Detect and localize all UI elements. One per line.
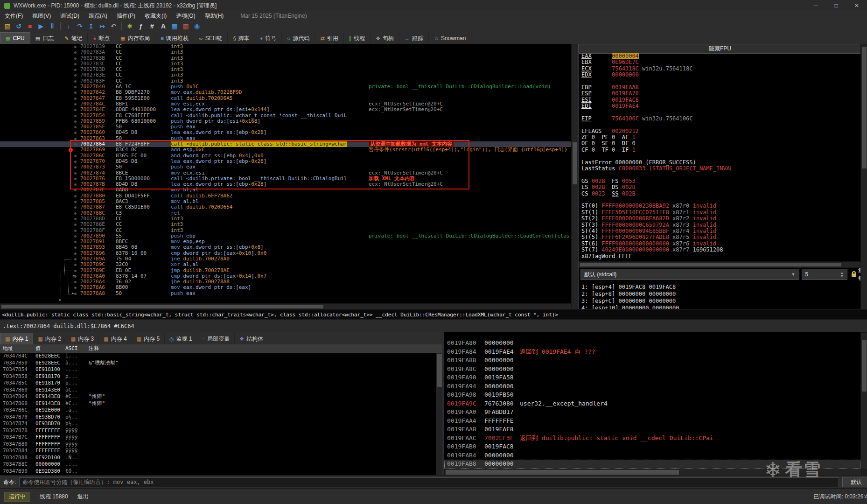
- tab-threads[interactable]: ∥线程: [344, 33, 371, 44]
- registers-vertical-scrollbar[interactable]: [860, 44, 867, 333]
- breakpoint-slot[interactable]: [74, 172, 77, 175]
- tab-trace[interactable]: →跟踪: [399, 33, 429, 44]
- fx-icon[interactable]: ƒ: [135, 21, 147, 31]
- register-row[interactable]: EBX 0E96DE7C: [579, 59, 860, 65]
- breakpoint-slot[interactable]: [74, 138, 77, 140]
- disasm-row[interactable]: 7002789C32C0xor al,al: [0, 262, 571, 267]
- tab-symbols[interactable]: ♦符号: [255, 33, 282, 44]
- step-out-icon[interactable]: ↥: [85, 21, 97, 31]
- register-row[interactable]: LastStatus C0000033 (STATUS_OBJECT_NAME_…: [579, 166, 860, 172]
- breakpoint-slot[interactable]: [74, 69, 77, 71]
- default-button[interactable]: 默认: [842, 477, 867, 487]
- close-button[interactable]: ✕: [846, 0, 867, 11]
- tab-log[interactable]: ▤日志: [30, 33, 59, 44]
- memory-row[interactable]: 70347B880E92D100.Ñ..: [0, 455, 436, 462]
- disasm-row[interactable]: 7002788ECCint3: [0, 222, 571, 227]
- breakpoint-slot[interactable]: [74, 201, 77, 203]
- bottom-tab-mem3[interactable]: ▦内存 3: [66, 333, 99, 344]
- stack-row[interactable]: 0019FAA4FFFFFFFE: [444, 417, 860, 426]
- breakpoint-slot[interactable]: [74, 46, 77, 48]
- tab-cpu[interactable]: ▦CPU: [0, 32, 30, 44]
- menu-item[interactable]: 选项(O): [171, 11, 200, 21]
- stack-row[interactable]: 0019FA9C76763080user32.__except_handler4: [444, 399, 860, 408]
- tab-source[interactable]: ‹›源代码: [282, 33, 315, 44]
- argument-row[interactable]: 3: [esp+C] 00000000 00000000: [579, 298, 860, 305]
- tab-handles[interactable]: ❖句柄: [371, 33, 399, 44]
- register-row[interactable]: ST(4) FFFF0000000094E85BBF x87r4 invalid: [579, 228, 860, 234]
- register-row[interactable]: ESI 0019FAC8: [579, 97, 860, 103]
- disasm-row[interactable]: 70027887E8 C85D1E00call duilib.7020D654: [0, 204, 571, 210]
- calling-convention-select[interactable]: 默认 (stdcall) ▼: [580, 269, 799, 280]
- breakpoint-slot[interactable]: [74, 195, 77, 197]
- stack-row[interactable]: 0019FAB800000000: [444, 460, 860, 469]
- memory-row[interactable]: 70347B84FFFFFFFFÿÿÿÿ: [0, 448, 436, 455]
- disasm-row[interactable]: 700278A850push eax: [0, 291, 571, 296]
- memory-column-header[interactable]: 地址: [3, 344, 13, 353]
- breakpoint-slot[interactable]: [74, 109, 77, 111]
- memory-row[interactable]: 70347B640E9143E8èC.."州陣": [0, 393, 436, 400]
- disasm-row[interactable]: 700278938B45 08mov eax,dword ptr ss:[ebp…: [0, 245, 571, 250]
- breakpoint-slot[interactable]: [74, 126, 77, 128]
- layout-icon[interactable]: ▦: [169, 21, 180, 31]
- breakpoint-slot[interactable]: [74, 258, 77, 260]
- register-row[interactable]: ST(1) FFFF5D5F10FCCD7511F8 x87r1 invalid: [579, 210, 860, 216]
- register-row[interactable]: ECX 7564118C win32u.7564118C: [579, 66, 860, 72]
- tab-notes[interactable]: ✎笔记: [59, 33, 88, 44]
- breakpoint-slot[interactable]: [74, 281, 77, 283]
- bottom-tab-mem2[interactable]: ▦内存 2: [33, 333, 66, 344]
- breakpoint-slot[interactable]: [74, 57, 77, 60]
- breakpoint-slot[interactable]: [74, 86, 77, 88]
- maximize-button[interactable]: □: [826, 0, 846, 11]
- breakpoint-slot[interactable]: [74, 252, 77, 255]
- memory-row[interactable]: 70347B78FFFFFFFFÿÿÿÿ: [0, 427, 436, 434]
- run-icon[interactable]: ▶: [35, 21, 47, 31]
- register-row[interactable]: CS 0023 SS 002B: [579, 191, 860, 197]
- argument-row[interactable]: 2: [esp+8] 00000000 00000000: [579, 291, 860, 298]
- stack-row[interactable]: 0019FAB00019FAC8: [444, 442, 860, 451]
- breakpoint-slot[interactable]: [74, 103, 77, 105]
- memory-row[interactable]: 70347B7CFFFFFFFFÿÿÿÿ: [0, 434, 436, 441]
- memory-row[interactable]: 70347B6C0E92E000.à..: [0, 407, 436, 414]
- hash-icon[interactable]: #: [147, 21, 158, 31]
- graph-icon[interactable]: ▥: [180, 21, 191, 31]
- bottom-tab-mem5[interactable]: ▦内存 5: [132, 333, 165, 344]
- breakpoint-slot[interactable]: [74, 230, 77, 232]
- breakpoint-slot[interactable]: [74, 241, 77, 243]
- stack-row[interactable]: 0019FA9400000000: [444, 382, 860, 391]
- stack-row[interactable]: 0019FAA80019FAE8: [444, 425, 860, 434]
- open-file-icon[interactable]: ▨: [2, 21, 13, 31]
- menu-item[interactable]: 视图(V): [28, 11, 56, 21]
- memory-row[interactable]: 70347B740E93BD70p½..: [0, 420, 436, 427]
- memory-row[interactable]: 70347B580E918170p...: [0, 373, 436, 380]
- breakpoint-icon[interactable]: [69, 148, 73, 152]
- tab-snowman[interactable]: ☃Snowman: [429, 33, 471, 44]
- step-into-icon[interactable]: ↓: [63, 21, 74, 31]
- breakpoint-slot[interactable]: [74, 98, 77, 100]
- memory-row[interactable]: 70347B8C00000000....: [0, 461, 436, 468]
- memory-row[interactable]: 70347B4C0E928EECì...: [0, 353, 436, 360]
- memory-row[interactable]: 70347B540E918100....: [0, 366, 436, 373]
- breakpoint-slot[interactable]: [74, 264, 77, 266]
- tab-call-stack[interactable]: ≡调用堆栈: [155, 33, 194, 44]
- spinner-arrows-icon[interactable]: ▲▼: [840, 271, 844, 278]
- register-row[interactable]: EFLAGS 00200212: [579, 128, 860, 134]
- breakpoint-slot[interactable]: [74, 275, 77, 278]
- breakpoint-slot[interactable]: [74, 132, 77, 134]
- breakpoint-slot[interactable]: [74, 80, 77, 83]
- breakpoint-slot[interactable]: [74, 212, 77, 215]
- unlock-button[interactable]: 解锁: [850, 269, 860, 280]
- memory-row[interactable]: 70347B700E93BD70p½..: [0, 414, 436, 421]
- breakpoint-slot[interactable]: [74, 155, 77, 157]
- bottom-tab-locals[interactable]: ≡局部变量: [197, 333, 235, 344]
- memory-row[interactable]: 70347B500E928EECà...&"噗幇溃幇": [0, 360, 436, 367]
- back-icon[interactable]: ↶: [108, 21, 119, 31]
- register-row[interactable]: EBP 0019FAA8: [579, 84, 860, 91]
- menu-item[interactable]: 文件(F): [0, 11, 28, 21]
- memory-column-header[interactable]: 注释: [89, 344, 99, 353]
- breakpoint-slot[interactable]: [74, 293, 77, 295]
- memory-row[interactable]: 70347B80FFFFFFFFÿÿÿÿ: [0, 441, 436, 448]
- step-over-icon[interactable]: ↷: [74, 21, 85, 31]
- breakpoint-slot[interactable]: [74, 115, 77, 117]
- register-row[interactable]: GS 002B FS 0053: [579, 178, 860, 184]
- register-row[interactable]: ST(3) FFFF00000000C659792A x87r3 invalid: [579, 222, 860, 228]
